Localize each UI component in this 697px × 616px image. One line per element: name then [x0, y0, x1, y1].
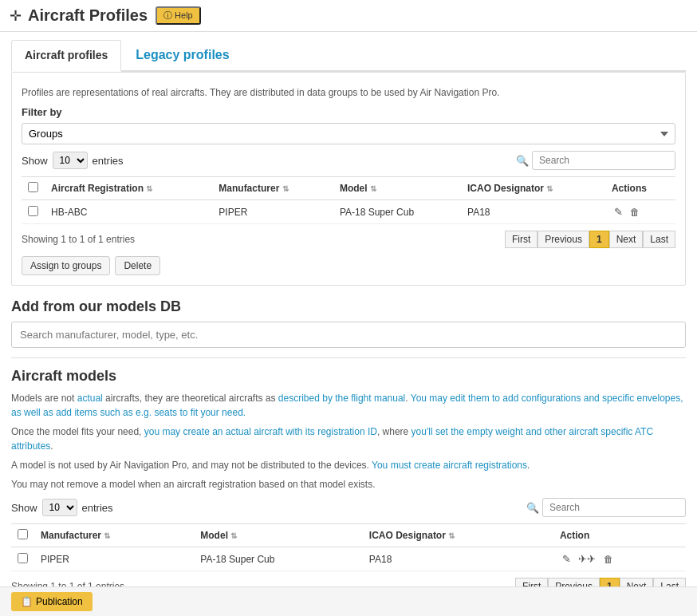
models-table-controls: Show 10 entries 🔍 [11, 498, 686, 517]
show-label: Show [22, 155, 48, 167]
first-page-btn[interactable]: First [505, 231, 538, 248]
publication-label: Publication [36, 596, 83, 607]
search-icon: 🔍 [516, 155, 529, 167]
select-all-header [22, 177, 45, 200]
row-checkbox[interactable] [28, 206, 38, 216]
action-buttons: Assign to groups Delete [22, 256, 675, 275]
last-page-btn[interactable]: Last [643, 231, 675, 248]
tabs-container: Aircraft profiles Legacy profiles [11, 40, 686, 72]
info-line-3: A model is not used by Air Navigation Pr… [11, 458, 686, 472]
show-entries: Show 10 entries [22, 152, 124, 169]
info-line-4: You may not remove a model when an aircr… [11, 477, 686, 492]
cell-actions [605, 200, 675, 224]
col-manufacturer: Manufacturer ⇅ [212, 177, 333, 200]
page-title: Aircraft Profiles [28, 6, 148, 25]
tab-legacy-profiles[interactable]: Legacy profiles [123, 40, 242, 70]
delete-button[interactable]: Delete [115, 256, 160, 275]
models-entries-select[interactable]: 10 [42, 499, 77, 516]
models-search-box: 🔍 [526, 498, 686, 517]
add-from-db-section: Add from our models DB [11, 298, 686, 348]
showing-text: Showing 1 to 1 of 1 entries [22, 234, 135, 245]
models-cell-action: ✈ [553, 547, 686, 571]
assign-groups-button[interactable]: Assign to groups [22, 256, 110, 275]
cell-registration: HB-ABC [45, 200, 212, 224]
search-box: 🔍 [516, 151, 675, 170]
pagination-row: Showing 1 to 1 of 1 entries First Previo… [22, 231, 675, 248]
profiles-description: Profiles are representations of real air… [22, 87, 675, 98]
models-search-input[interactable] [542, 498, 686, 517]
col-registration: Aircraft Registration ⇅ [45, 177, 212, 200]
models-select-all-checkbox[interactable] [18, 529, 28, 539]
models-delete-button[interactable] [601, 552, 616, 566]
aircraft-models-title: Aircraft models [11, 368, 686, 385]
tab-aircraft-profiles[interactable]: Aircraft profiles [11, 40, 121, 72]
delete-row-button[interactable] [628, 205, 642, 219]
add-from-db-title: Add from our models DB [11, 298, 686, 315]
models-show-label: Show [11, 502, 37, 514]
pagination: First Previous 1 Next Last [505, 231, 675, 248]
models-cell-model: PA-18 Super Cub [194, 547, 363, 571]
cell-model: PA-18 Super Cub [333, 200, 461, 224]
models-search-icon: 🔍 [526, 502, 539, 514]
models-col-manufacturer: Manufacturer ⇅ [34, 524, 194, 547]
publication-button[interactable]: 📋 Publication [11, 592, 93, 611]
model-search-input[interactable] [11, 322, 686, 348]
col-actions: Actions [605, 177, 675, 200]
next-page-btn[interactable]: Next [609, 231, 644, 248]
models-show-entries: Show 10 entries [11, 499, 113, 516]
help-button[interactable]: ⓘ Help [156, 6, 201, 25]
entries-label: entries [93, 155, 124, 167]
models-plane-button[interactable]: ✈ [576, 552, 598, 566]
models-entries-label: entries [82, 502, 113, 514]
models-col-icao: ICAO Designator ⇅ [363, 524, 553, 547]
table-controls-top: Show 10 entries 🔍 [22, 151, 675, 170]
cell-manufacturer: PIPER [212, 200, 333, 224]
publication-icon: 📋 [21, 596, 33, 607]
models-row-checkbox[interactable] [18, 553, 28, 563]
info-line-1: Models are not actual aircrafts, they ar… [11, 391, 686, 420]
bottom-bar: 📋 Publication [0, 586, 697, 616]
search-input[interactable] [532, 151, 675, 170]
select-all-checkbox[interactable] [28, 182, 38, 192]
models-cell-manufacturer: PIPER [34, 547, 194, 571]
aircraft-profiles-section: Profiles are representations of real air… [11, 72, 686, 286]
aircraft-models-section: Aircraft models Models are not actual ai… [11, 368, 686, 616]
page-1-btn[interactable]: 1 [589, 231, 609, 248]
edit-button[interactable] [612, 205, 625, 219]
prev-page-btn[interactable]: Previous [538, 231, 589, 248]
col-icao: ICAO Designator ⇅ [461, 177, 605, 200]
groups-filter-select[interactable]: Groups [22, 123, 675, 144]
models-col-action: Action [553, 524, 686, 547]
filter-label: Filter by [22, 106, 675, 118]
plus-icon: ✛ [10, 7, 22, 25]
models-col-model: Model ⇅ [194, 524, 363, 547]
page-header: ✛ Aircraft Profiles ⓘ Help [0, 0, 697, 32]
cell-icao: PA18 [461, 200, 605, 224]
table-row: HB-ABC PIPER PA-18 Super Cub PA18 [22, 200, 675, 224]
models-table-row: PIPER PA-18 Super Cub PA18 ✈ [11, 547, 686, 571]
col-model: Model ⇅ [333, 177, 461, 200]
entries-select[interactable]: 10 [53, 152, 88, 169]
models-edit-button[interactable] [560, 552, 573, 566]
models-cell-icao: PA18 [363, 547, 553, 571]
aircraft-models-table: Manufacturer ⇅ Model ⇅ ICAO Designator ⇅… [11, 523, 686, 571]
info-line-2: Once the model fits your need, you may c… [11, 424, 686, 453]
main-content: Aircraft profiles Legacy profiles Profil… [0, 32, 697, 616]
aircraft-profiles-table: Aircraft Registration ⇅ Manufacturer ⇅ M… [22, 176, 675, 224]
models-select-all-header [11, 524, 34, 547]
